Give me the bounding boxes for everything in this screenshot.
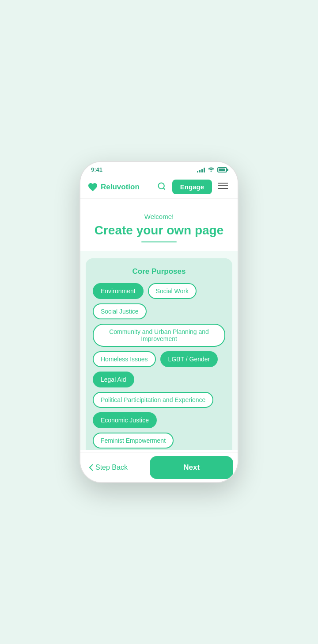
tag-feminist[interactable]: Feminist Empowerment <box>93 433 174 448</box>
navbar: Reluvotion Engage <box>80 176 238 199</box>
tag-environment[interactable]: Environment <box>93 283 144 299</box>
brand: Reluvotion <box>87 182 151 192</box>
svg-line-1 <box>163 188 165 190</box>
status-bar: 9:41 <box>80 162 238 176</box>
tag-social-justice[interactable]: Social Justice <box>93 303 147 319</box>
page-title: Create your own page <box>89 223 229 238</box>
time: 9:41 <box>91 166 102 173</box>
battery-icon <box>217 167 227 172</box>
search-button[interactable] <box>155 179 169 195</box>
core-purposes-title: Core Purposes <box>93 267 225 276</box>
svg-point-0 <box>158 183 164 189</box>
tag-economic[interactable]: Economic Justice <box>93 412 157 428</box>
status-icons <box>197 166 227 173</box>
heart-icon <box>87 182 98 192</box>
tag-social-work[interactable]: Social Work <box>148 283 197 299</box>
menu-button[interactable] <box>216 180 231 194</box>
brand-name: Reluvotion <box>101 183 140 192</box>
tag-homeless[interactable]: Homeless Issues <box>93 351 156 367</box>
scroll-content: Welcome! Create your own page Core Purpo… <box>80 199 238 450</box>
phone-frame: 9:41 Reluvotion <box>80 161 238 483</box>
wifi-icon <box>208 166 215 173</box>
core-purposes-card: Core Purposes EnvironmentSocial WorkSoci… <box>86 258 232 450</box>
hero-section: Welcome! Create your own page <box>80 199 238 251</box>
welcome-text: Welcome! <box>89 213 229 220</box>
tag-community[interactable]: Community and Urban Planning and Improve… <box>93 324 225 347</box>
bottom-bar: Step Back Next <box>80 452 238 482</box>
tag-political[interactable]: Political Participitation and Experience <box>93 392 213 408</box>
next-button[interactable]: Next <box>150 456 233 479</box>
engage-button[interactable]: Engage <box>172 180 212 194</box>
tag-lgbt[interactable]: LGBT / Gender <box>160 351 218 367</box>
signal-icon <box>197 167 205 172</box>
tag-legal-aid[interactable]: Legal Aid <box>93 372 134 387</box>
step-back-button[interactable]: Step Back <box>80 456 150 479</box>
tags-container: EnvironmentSocial WorkSocial JusticeComm… <box>93 283 225 448</box>
title-underline <box>141 242 177 242</box>
step-back-label: Step Back <box>95 464 128 472</box>
